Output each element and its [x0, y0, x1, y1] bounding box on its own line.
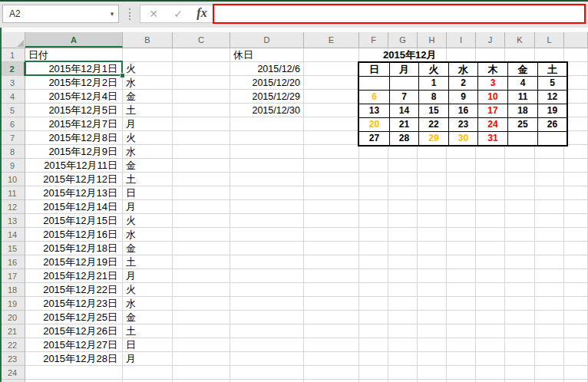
cell-A5-date[interactable]: 2015年12月5日 — [25, 104, 123, 117]
row-header-24[interactable]: 24 — [0, 366, 25, 380]
cell-B3-weekday[interactable]: 水 — [123, 76, 173, 90]
row-header-4[interactable]: 4 — [0, 90, 25, 104]
cell-A19-date[interactable]: 2015年12月23日 — [25, 297, 123, 311]
cell-A16-date[interactable]: 2015年12月19日 — [25, 255, 123, 269]
calendar-day-header-3: 水 — [449, 62, 478, 77]
cell-A12-date[interactable]: 2015年12月14日 — [25, 200, 123, 214]
cell-B5-weekday[interactable]: 土 — [123, 104, 173, 117]
column-header-J[interactable]: J — [476, 32, 505, 48]
cell-A9-date[interactable]: 2015年12月11日 — [25, 159, 123, 173]
calendar-day-header-5: 金 — [508, 62, 538, 77]
row-header-8[interactable]: 8 — [0, 145, 25, 159]
row-header-19[interactable]: 19 — [0, 297, 25, 311]
calendar-day-30: 30 — [449, 132, 478, 147]
cell-D1-holiday-header[interactable]: 休日 — [230, 48, 304, 62]
row-header-9[interactable]: 9 — [0, 159, 25, 173]
row-header-1[interactable]: 1 — [0, 48, 25, 62]
cell-B22-weekday[interactable]: 日 — [123, 338, 173, 352]
cell-B15-weekday[interactable]: 金 — [123, 242, 173, 255]
cell-A23-date[interactable]: 2015年12月28日 — [25, 352, 123, 366]
cell-B21-weekday[interactable]: 土 — [123, 324, 173, 338]
cell-A15-date[interactable]: 2015年12月18日 — [25, 242, 123, 255]
column-header-K[interactable]: K — [505, 32, 535, 48]
row-header-11[interactable]: 11 — [0, 186, 25, 200]
cell-D5-holiday[interactable]: 2015/12/30 — [230, 104, 304, 117]
cell-A4-date[interactable]: 2015年12月4日 — [25, 90, 123, 104]
row-header-13[interactable]: 13 — [0, 214, 25, 228]
column-header-C[interactable]: C — [173, 32, 230, 48]
row-header-18[interactable]: 18 — [0, 283, 25, 297]
calendar-day-10: 10 — [478, 91, 508, 104]
cell-A6-date[interactable]: 2015年12月7日 — [25, 117, 123, 131]
cell-A3-date[interactable]: 2015年12月2日 — [25, 76, 123, 90]
row-header-14[interactable]: 14 — [0, 228, 25, 242]
enter-icon[interactable]: ✓ — [170, 5, 187, 23]
column-header-I[interactable]: I — [447, 32, 476, 48]
column-header-B[interactable]: B — [123, 32, 173, 48]
name-box-dropdown-icon[interactable]: ▾ — [106, 5, 118, 23]
cell-B6-weekday[interactable]: 月 — [123, 117, 173, 131]
cell-B18-weekday[interactable]: 火 — [123, 283, 173, 297]
cell-A22-date[interactable]: 2015年12月27日 — [25, 338, 123, 352]
row-header-6[interactable]: 6 — [0, 117, 25, 131]
cell-B2-weekday[interactable]: 火 — [123, 62, 173, 76]
column-header-L[interactable]: L — [535, 32, 564, 48]
calendar-day-17: 17 — [478, 104, 508, 118]
row-header-7[interactable]: 7 — [0, 131, 25, 145]
cell-B20-weekday[interactable]: 金 — [123, 311, 173, 324]
column-header-D[interactable]: D — [230, 32, 304, 48]
formula-bar-grip-icon[interactable] — [129, 8, 130, 20]
insert-function-icon[interactable]: fx — [193, 4, 211, 22]
cell-B9-weekday[interactable]: 金 — [123, 159, 173, 173]
row-header-3[interactable]: 3 — [0, 76, 25, 90]
calendar-day-25: 25 — [508, 118, 538, 132]
cell-B17-weekday[interactable]: 月 — [123, 269, 173, 283]
fill-handle[interactable] — [120, 73, 124, 77]
cell-A10-date[interactable]: 2015年12月12日 — [25, 173, 123, 186]
cell-A14-date[interactable]: 2015年12月16日 — [25, 228, 123, 242]
cell-A13-date[interactable]: 2015年12月15日 — [25, 214, 123, 228]
cell-D2-holiday[interactable]: 2015/12/6 — [230, 62, 304, 76]
cell-A11-date[interactable]: 2015年12月13日 — [25, 186, 123, 200]
column-header-G[interactable]: G — [388, 32, 418, 48]
column-header-F[interactable]: F — [359, 32, 388, 48]
cell-D4-holiday[interactable]: 2015/12/29 — [230, 90, 304, 104]
cell-D3-holiday[interactable]: 2015/12/20 — [230, 76, 304, 90]
name-box[interactable]: A2 — [2, 5, 119, 23]
cell-A18-date[interactable]: 2015年12月22日 — [25, 283, 123, 297]
row-header-20[interactable]: 20 — [0, 311, 25, 324]
cell-B12-weekday[interactable]: 月 — [123, 200, 173, 214]
cell-B7-weekday[interactable]: 火 — [123, 131, 173, 145]
cell-B16-weekday[interactable]: 土 — [123, 255, 173, 269]
cell-B11-weekday[interactable]: 日 — [123, 186, 173, 200]
cell-B14-weekday[interactable]: 水 — [123, 228, 173, 242]
row-header-21[interactable]: 21 — [0, 324, 25, 338]
cell-B10-weekday[interactable]: 土 — [123, 173, 173, 186]
row-header-12[interactable]: 12 — [0, 200, 25, 214]
cell-A7-date[interactable]: 2015年12月8日 — [25, 131, 123, 145]
row-header-23[interactable]: 23 — [0, 352, 25, 366]
cell-A20-date[interactable]: 2015年12月25日 — [25, 311, 123, 324]
cell-B19-weekday[interactable]: 水 — [123, 297, 173, 311]
column-header-H[interactable]: H — [418, 32, 447, 48]
row-header-2[interactable]: 2 — [0, 62, 25, 76]
column-header-partial[interactable] — [564, 32, 588, 48]
row-header-5[interactable]: 5 — [0, 104, 25, 117]
cell-B8-weekday[interactable]: 水 — [123, 145, 173, 159]
row-header-22[interactable]: 22 — [0, 338, 25, 352]
cell-B13-weekday[interactable]: 火 — [123, 214, 173, 228]
calendar-day-16: 16 — [449, 104, 478, 118]
row-header-17[interactable]: 17 — [0, 269, 25, 283]
calendar-day-header-0: 日 — [358, 62, 390, 77]
row-header-16[interactable]: 16 — [0, 255, 25, 269]
cancel-icon[interactable]: ✕ — [145, 5, 162, 23]
cell-A21-date[interactable]: 2015年12月26日 — [25, 324, 123, 338]
cell-A8-date[interactable]: 2015年12月9日 — [25, 145, 123, 159]
row-header-15[interactable]: 15 — [0, 242, 25, 255]
cell-A17-date[interactable]: 2015年12月21日 — [25, 269, 123, 283]
row-header-10[interactable]: 10 — [0, 173, 25, 186]
cell-B23-weekday[interactable]: 月 — [123, 352, 173, 366]
column-header-E[interactable]: E — [304, 32, 359, 48]
column-header-A[interactable]: A — [25, 32, 123, 48]
cell-B4-weekday[interactable]: 金 — [123, 90, 173, 104]
